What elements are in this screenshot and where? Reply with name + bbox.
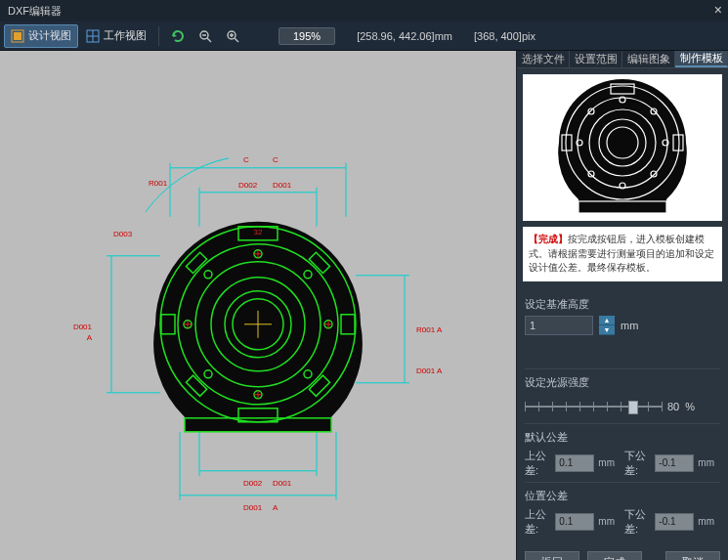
light-slider[interactable]: [525, 398, 662, 415]
toolbar: 设计视图 工作视图 195% [258.96, 442.06]mm [368, …: [0, 22, 728, 51]
separator: [158, 26, 159, 46]
cancel-button[interactable]: 取消: [665, 551, 720, 561]
instruction-box: 【完成】按完成按钮后，进入模板创建模式。请根据需要进行测量项目的追加和设定设计值…: [523, 227, 722, 281]
default-lower-unit: mm: [698, 457, 714, 468]
drawing-canvas[interactable]: CC D003 D002D001 R001 D001 A R001 A D001…: [0, 51, 516, 560]
spinner-down-icon[interactable]: ▼: [599, 325, 615, 335]
pos-lower-input[interactable]: [655, 513, 694, 531]
zoom-out-button[interactable]: [193, 24, 218, 48]
default-lower-input[interactable]: [655, 454, 694, 472]
svg-text:D003: D003: [113, 229, 133, 237]
tab-select-file[interactable]: 选择文件: [517, 51, 570, 67]
titlebar: DXF编辑器 ×: [0, 0, 728, 22]
pos-tol-label: 位置公差: [525, 489, 720, 503]
light-label: 设定光源强度: [525, 375, 720, 390]
zoom-in-icon: [226, 29, 239, 43]
refresh-icon: [171, 29, 185, 43]
svg-text:D002: D002: [238, 180, 258, 189]
svg-text:C: C: [243, 154, 249, 163]
side-tabs: 选择文件 设置范围 编辑图象 制作模板: [517, 51, 728, 68]
default-lower-label: 下公差:: [624, 449, 651, 478]
svg-text:D002: D002: [243, 478, 263, 487]
zoom-in-button[interactable]: [220, 24, 245, 48]
cad-drawing: CC D003 D002D001 R001 D001 A R001 A D001…: [53, 99, 463, 529]
done-button[interactable]: 完成: [587, 551, 642, 561]
default-upper-input[interactable]: [555, 454, 594, 472]
app-title: DXF编辑器: [8, 4, 62, 19]
light-unit: %: [685, 401, 695, 412]
pos-upper-unit: mm: [598, 516, 615, 527]
back-button[interactable]: 返回: [525, 551, 579, 561]
design-view-button[interactable]: 设计视图: [4, 24, 78, 48]
svg-line-6: [207, 38, 211, 42]
spinner-up-icon[interactable]: ▲: [599, 316, 615, 325]
svg-text:32: 32: [254, 227, 263, 236]
work-view-button[interactable]: 工作视图: [80, 24, 152, 48]
close-icon[interactable]: ×: [714, 2, 722, 18]
light-value: 80: [667, 401, 679, 412]
side-panel: 选择文件 设置范围 编辑图象 制作模板: [516, 51, 728, 560]
default-upper-unit: mm: [598, 457, 615, 468]
design-view-label: 设计视图: [28, 28, 71, 43]
default-upper-label: 上公差:: [525, 449, 551, 478]
button-row: 返回 完成 取消: [517, 543, 728, 561]
pos-upper-input[interactable]: [555, 513, 594, 531]
instruction-tag: 【完成】: [529, 234, 568, 244]
svg-text:A: A: [273, 502, 278, 511]
svg-text:A: A: [87, 332, 93, 341]
tab-set-range[interactable]: 设置范围: [570, 51, 622, 67]
tab-edit-image[interactable]: 编辑图象: [622, 51, 675, 67]
zoom-display[interactable]: 195%: [278, 27, 335, 45]
svg-text:D001: D001: [273, 180, 292, 189]
svg-text:D001: D001: [243, 502, 263, 511]
pos-upper-label: 上公差:: [525, 507, 551, 537]
pos-lower-label: 下公差:: [624, 507, 651, 537]
svg-text:C: C: [273, 154, 278, 163]
default-tol-label: 默认公差: [525, 430, 720, 445]
svg-text:D001: D001: [73, 322, 93, 330]
base-height-unit: mm: [621, 320, 638, 331]
base-height-input[interactable]: [525, 316, 593, 335]
svg-text:R001: R001: [149, 178, 168, 187]
svg-text:D001   A: D001 A: [416, 366, 443, 374]
svg-line-9: [235, 38, 238, 42]
coord-pix: [368, 400]pix: [474, 30, 535, 42]
work-view-icon: [86, 29, 100, 43]
base-height-spinner[interactable]: ▲▼: [599, 316, 615, 335]
svg-rect-1: [14, 32, 21, 40]
template-preview: [523, 74, 722, 221]
pos-lower-unit: mm: [698, 516, 714, 527]
base-height-label: 设定基准高度: [525, 297, 720, 312]
refresh-button[interactable]: [165, 24, 191, 48]
tab-make-template[interactable]: 制作模板: [675, 51, 728, 67]
svg-text:R001   A: R001 A: [416, 324, 443, 333]
zoom-out-icon: [198, 29, 212, 43]
svg-text:D001: D001: [273, 478, 292, 487]
coord-mm: [258.96, 442.06]mm: [357, 30, 452, 42]
design-view-icon: [11, 29, 24, 43]
work-view-label: 工作视图: [104, 28, 147, 43]
